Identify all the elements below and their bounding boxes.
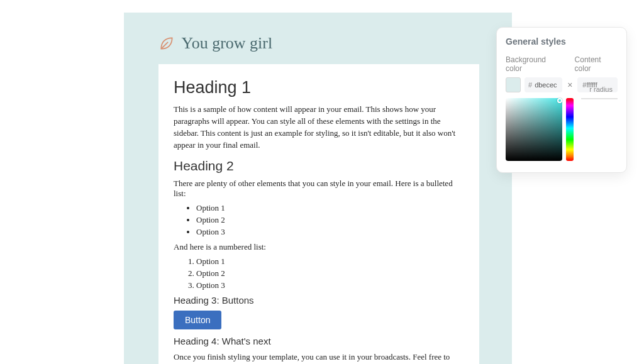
heading-2: Heading 2 (174, 158, 464, 174)
list-item: Option 2 (196, 268, 464, 280)
hue-slider[interactable] (566, 98, 574, 161)
list-item: Option 3 (196, 280, 464, 292)
leaf-icon (158, 35, 175, 52)
heading-4: Heading 4: What's next (174, 336, 464, 346)
list-item: Option 2 (196, 214, 464, 226)
email-canvas: You grow girl Heading 1 This is a sample… (124, 13, 512, 364)
general-styles-panel: General styles Background color Content … (496, 27, 627, 173)
sample-button[interactable]: Button (174, 311, 221, 329)
heading-1: Heading 1 (174, 78, 464, 97)
saturation-value-pane[interactable] (506, 98, 562, 161)
brand-name: You grow girl (181, 34, 272, 52)
paragraph-2: There are plenty of other elements that … (174, 179, 464, 199)
email-body: Heading 1 This is a sample of how conten… (158, 64, 479, 364)
color-handle[interactable] (557, 98, 562, 103)
heading-3: Heading 3: Buttons (174, 295, 464, 306)
color-picker (506, 98, 619, 161)
radius-label: r radius (589, 85, 613, 93)
paragraph-3: And here is a numbered list: (174, 242, 464, 252)
content-color-label: Content color (575, 55, 618, 73)
bulleted-list: Option 1 Option 2 Option 3 (174, 202, 464, 238)
list-item: Option 1 (196, 256, 464, 268)
panel-title: General styles (506, 36, 618, 47)
hex-input-wrapper: # (525, 77, 562, 92)
background-color-swatch[interactable] (506, 77, 521, 92)
paragraph-4: Once you finish styling your template, y… (174, 351, 464, 364)
paragraph-1: This is a sample of how content will app… (174, 104, 464, 151)
hash-icon: # (528, 81, 532, 89)
list-item: Option 1 (196, 202, 464, 214)
background-color-label: Background color (506, 55, 562, 73)
numbered-list: Option 1 Option 2 Option 3 (174, 256, 464, 292)
brand-header: You grow girl (158, 34, 477, 53)
list-item: Option 3 (196, 226, 464, 238)
close-icon[interactable]: × (566, 80, 574, 90)
background-hex-input[interactable] (535, 81, 558, 89)
